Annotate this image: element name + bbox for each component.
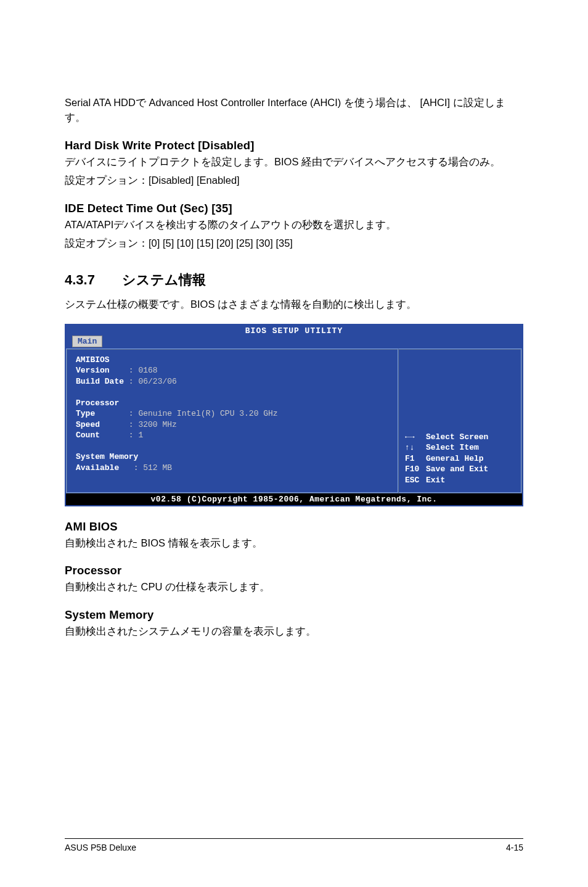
memory-section-heading: System Memory — [65, 608, 523, 622]
hdwp-line1: デバイスにライトプロテクトを設定します。BIOS 経由でデバイスへアクセスする場… — [65, 155, 523, 170]
proc-label: Processor — [76, 398, 119, 408]
amibios-section-heading: AMI BIOS — [65, 520, 523, 534]
count-label: Count — [76, 431, 100, 440]
intro-paragraph: Serial ATA HDDで Advanced Host Controller… — [65, 96, 523, 125]
bios-footer: v02.58 (C)Copyright 1985-2006, American … — [66, 493, 522, 505]
version-label: Version — [76, 366, 110, 375]
hint-select-item: Select Item — [426, 443, 479, 452]
section-title: システム情報 — [122, 271, 206, 289]
hint-updown-icon: ↑↓ — [405, 442, 426, 453]
ide-line1: ATA/ATAPIデバイスを検出する際のタイムアウトの秒数を選択します。 — [65, 218, 523, 233]
processor-section-heading: Processor — [65, 564, 523, 577]
type-val: : Genuine Intel(R) CPU 3.20 GHz — [129, 409, 278, 418]
bios-right-panel: ←→Select Screen ↑↓Select Item F1General … — [399, 349, 522, 493]
section-intro: システム仕様の概要です。BIOS はさまざまな情報を自動的に検出します。 — [65, 298, 523, 311]
processor-section-body: 自動検出された CPU の仕様を表示します。 — [65, 580, 523, 595]
hdwp-heading: Hard Disk Write Protect [Disabled] — [65, 139, 523, 152]
mem-label: System Memory — [76, 452, 138, 461]
bios-hints: ←→Select Screen ↑↓Select Item F1General … — [405, 432, 515, 486]
bios-screenshot: BIOS SETUP UTILITY Main AMIBIOS Version … — [65, 324, 523, 506]
page-footer: ASUS P5B Deluxe 4-15 — [65, 838, 523, 852]
hint-f1: F1 — [405, 453, 426, 464]
hint-save: Save and Exit — [426, 464, 488, 474]
amibios-label: AMIBIOS — [76, 355, 110, 365]
hint-general: General Help — [426, 454, 484, 463]
build-val: : 06/23/06 — [129, 377, 177, 386]
speed-label: Speed — [76, 420, 100, 429]
section-number: 4.3.7 — [65, 272, 95, 288]
footer-left: ASUS P5B Deluxe — [65, 843, 136, 852]
amibios-section-body: 自動検出された BIOS 情報を表示します。 — [65, 536, 523, 551]
bios-left-panel: AMIBIOS Version : 0168 Build Date : 06/2… — [66, 349, 399, 493]
ide-line2: 設定オプション：[0] [5] [10] [15] [20] [25] [30]… — [65, 236, 523, 251]
avail-label: Available — [76, 463, 119, 472]
memory-section-body: 自動検出されたシステムメモリの容量を表示します。 — [65, 624, 523, 639]
hdwp-line2: 設定オプション：[Disabled] [Enabled] — [65, 173, 523, 188]
hint-exit: Exit — [426, 476, 445, 485]
hint-arrows-icon: ←→ — [405, 432, 426, 443]
type-label: Type — [76, 409, 95, 418]
bios-title: BIOS SETUP UTILITY — [66, 325, 522, 336]
build-label: Build Date — [76, 377, 124, 386]
ide-heading: IDE Detect Time Out (Sec) [35] — [65, 202, 523, 215]
avail-val: : 512 MB — [134, 463, 172, 472]
hint-select-screen: Select Screen — [426, 432, 488, 442]
speed-val: : 3200 MHz — [129, 420, 177, 429]
bios-tab-main: Main — [72, 336, 102, 347]
hint-esc: ESC — [405, 475, 426, 486]
version-val: : 0168 — [129, 366, 158, 375]
count-val: : 1 — [129, 431, 143, 440]
hint-f10: F10 — [405, 464, 426, 475]
footer-right: 4-15 — [506, 843, 523, 852]
